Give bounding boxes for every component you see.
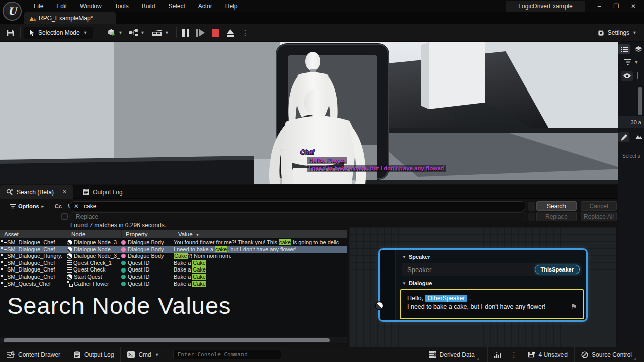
- content-drawer-button[interactable]: Content Drawer: [0, 347, 67, 362]
- minimize-button[interactable]: –: [592, 1, 607, 12]
- cmd-dropdown[interactable]: Cmd ▼: [121, 347, 166, 362]
- state-machine-graph-panel[interactable]: ▼ Speaker Speaker ThisSpeaker ▼ Dialogue…: [349, 227, 616, 347]
- flag-icon[interactable]: ⚑: [571, 302, 577, 311]
- menu-edit[interactable]: Edit: [50, 0, 73, 12]
- node-type-icon: [67, 247, 72, 252]
- landscape-icon[interactable]: [633, 132, 644, 142]
- search-history-dropdown[interactable]: [528, 202, 535, 211]
- search-field[interactable]: ✕: [69, 201, 526, 211]
- menu-file[interactable]: File: [27, 0, 50, 12]
- cancel-button[interactable]: Cancel: [581, 201, 617, 211]
- table-row[interactable]: SM_Dialogue_Chef Dialogue Node_3 Dialogu…: [0, 239, 347, 246]
- search-options-button[interactable]: Options ▸: [10, 203, 44, 209]
- search-button[interactable]: Search: [536, 201, 577, 211]
- column-property[interactable]: Property: [121, 230, 174, 239]
- save-star-icon: [528, 351, 535, 358]
- outliner-list-button[interactable]: [618, 44, 630, 54]
- source-control-label: Source Control: [592, 351, 632, 358]
- close-tab-icon[interactable]: ✕: [62, 189, 67, 195]
- console-input[interactable]: [178, 351, 277, 358]
- replace-input[interactable]: [76, 213, 520, 220]
- playback-options-button[interactable]: ⋮: [242, 29, 249, 37]
- dialogue-node-selected[interactable]: ▼ Speaker Speaker ThisSpeaker ▼ Dialogue…: [378, 248, 588, 322]
- section-label: Dialogue: [409, 280, 432, 286]
- column-value[interactable]: Value▼: [174, 230, 347, 239]
- replace-all-button[interactable]: Replace All: [581, 212, 617, 221]
- replace-field[interactable]: [69, 212, 526, 221]
- pause-button[interactable]: [182, 29, 189, 37]
- output-log-label: Output Log: [84, 351, 114, 358]
- column-asset[interactable]: Asset: [0, 230, 67, 239]
- menu-tools[interactable]: Tools: [108, 0, 135, 12]
- selection-mode-dropdown[interactable]: Selection Mode ▼: [24, 27, 93, 39]
- speaker-section-header[interactable]: ▼ Speaker: [402, 254, 430, 260]
- add-actor-dropdown[interactable]: ▼: [107, 24, 123, 41]
- in-game-dialogue-overlay: Chef Hello, Player. I need to bake a cak…: [300, 149, 446, 172]
- content-drawer-icon: [7, 351, 15, 358]
- status-more-button[interactable]: ⋮: [508, 347, 521, 362]
- eject-button[interactable]: [226, 29, 234, 37]
- section-label: Speaker: [409, 254, 430, 260]
- menu-help[interactable]: Help: [219, 0, 245, 12]
- dialogue-line: Hello, Player.: [307, 157, 347, 164]
- chevron-down-icon: ▼: [155, 352, 159, 357]
- level-viewport[interactable]: Chef Hello, Player. I need to bake a cak…: [0, 42, 618, 184]
- outliner-scrollbar[interactable]: [638, 87, 642, 115]
- replace-button[interactable]: Replace: [536, 212, 577, 221]
- speaker-text-field[interactable]: Speaker ThisSpeaker: [402, 263, 582, 276]
- column-node[interactable]: Node: [67, 230, 121, 239]
- stop-button[interactable]: [212, 29, 219, 37]
- step-frame-button[interactable]: [196, 29, 205, 37]
- eye-visibility-icon[interactable]: [621, 71, 633, 81]
- menu-actor[interactable]: Actor: [192, 0, 219, 12]
- dialogue-body-editor[interactable]: Hello, OtherSpeaker . I need to bake a c…: [400, 289, 584, 319]
- table-row[interactable]: SM_Dialogue_Chef Start Quest Quest ID Ba…: [0, 274, 347, 281]
- this-speaker-pill[interactable]: ThisSpeaker: [535, 265, 580, 274]
- cmd-label: Cmd: [138, 351, 151, 358]
- settings-dropdown[interactable]: Settings ▼: [597, 24, 637, 41]
- node-input-pin[interactable]: [375, 301, 384, 310]
- insights-button[interactable]: [488, 347, 508, 362]
- table-row[interactable]: SM_Dialogue_Chef Quest Check_1 Quest ID …: [0, 260, 347, 267]
- restore-button[interactable]: ❐: [609, 1, 624, 12]
- close-button[interactable]: ✕: [626, 1, 641, 12]
- filter-icon[interactable]: [624, 58, 631, 67]
- table-row-selected[interactable]: SM_Dialogue_Chef Dialogue Node Dialogue …: [0, 246, 347, 253]
- clear-search-icon[interactable]: ✕: [74, 203, 79, 210]
- replace-checkbox[interactable]: [61, 213, 68, 220]
- match-case-toggle[interactable]: Cc: [55, 203, 62, 209]
- collapse-triangle-icon[interactable]: ▼: [402, 255, 406, 259]
- blueprints-dropdown[interactable]: ▼: [129, 24, 145, 41]
- dialogue-section-header[interactable]: ▼ Dialogue: [402, 280, 432, 286]
- replace-history-dropdown[interactable]: [528, 213, 535, 221]
- tab-output-log[interactable]: Output Log: [77, 185, 128, 199]
- cinematics-dropdown[interactable]: ▼: [152, 24, 169, 41]
- scrollbar-thumb[interactable]: [4, 338, 330, 342]
- console-command-field[interactable]: [173, 350, 281, 359]
- window-title: LogicDriverExample: [506, 1, 585, 12]
- no-source-control-icon: [581, 351, 588, 358]
- output-log-button[interactable]: Output Log: [67, 347, 120, 362]
- source-control-button[interactable]: Source Control: [575, 347, 644, 362]
- table-row[interactable]: SM_Quests_Chef Gather Flower Quest ID Ba…: [0, 281, 347, 288]
- menu-select[interactable]: Select: [162, 0, 191, 12]
- unreal-logo-icon[interactable]: U: [3, 2, 22, 21]
- horizontal-scrollbar[interactable]: [0, 337, 347, 343]
- save-button[interactable]: [6, 24, 15, 41]
- state-machine-asset-icon: [1, 254, 7, 258]
- derived-data-button[interactable]: Derived Data: [422, 347, 487, 362]
- table-row[interactable]: SM_Dialogue_Chef Quest Check Quest ID Ba…: [0, 266, 347, 274]
- menu-build[interactable]: Build: [135, 0, 162, 12]
- layers-icon[interactable]: [633, 44, 644, 54]
- cursor-icon: [29, 29, 35, 36]
- menu-window[interactable]: Window: [73, 0, 108, 12]
- collapse-triangle-icon[interactable]: ▼: [402, 281, 406, 286]
- unsaved-assets-button[interactable]: 4 Unsaved: [521, 347, 574, 362]
- tab-level[interactable]: RPG_ExampleMap*: [24, 12, 116, 24]
- chevron-down-icon: ▼: [165, 30, 169, 35]
- table-row[interactable]: SM_Dialogue_Hungry. Dialogue Node_3_ Dia…: [0, 253, 347, 260]
- edit-pencil-icon[interactable]: [618, 132, 629, 142]
- search-input[interactable]: [84, 203, 522, 210]
- tab-search-beta[interactable]: Search (Beta) ✕: [0, 185, 73, 199]
- other-speaker-chip[interactable]: OtherSpeaker: [425, 295, 467, 302]
